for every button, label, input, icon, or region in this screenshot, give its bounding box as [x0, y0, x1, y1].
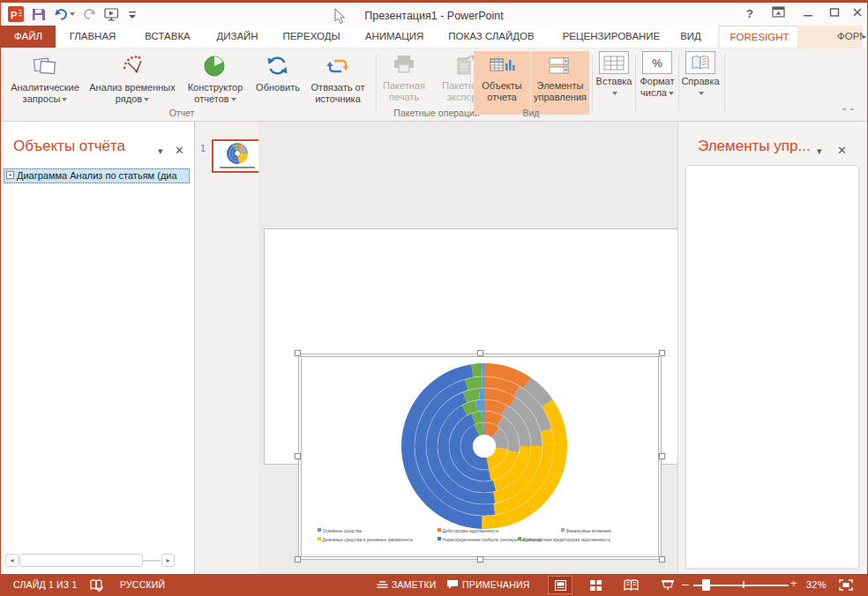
view-reading-icon[interactable]: [624, 579, 639, 592]
tab-анимация[interactable]: АНИМАЦИЯ: [365, 26, 424, 48]
tab-переходы[interactable]: ПЕРЕХОДЫ: [282, 26, 340, 48]
minimize-icon[interactable]: [798, 6, 818, 22]
save-icon[interactable]: [32, 7, 46, 21]
tree-item-label: Диаграмма Анализ по статьям (диа: [17, 170, 177, 181]
ribbon-display-options-icon[interactable]: [768, 6, 788, 22]
controls-toggle[interactable]: Элементы управления: [531, 51, 589, 115]
button-label: Справка: [681, 76, 719, 86]
notes-button[interactable]: ЗАМЕТКИ: [392, 579, 437, 590]
dropdown-caret: [62, 98, 67, 101]
tab-file[interactable]: ФАЙЛ: [1, 26, 56, 48]
slide-thumbnail[interactable]: [212, 139, 263, 173]
report-objects-toggle[interactable]: Объекты отчета: [474, 51, 530, 115]
legend-swatch: [438, 528, 441, 532]
selection-handle[interactable]: [295, 453, 301, 459]
batch-print-button[interactable]: Пакетная печать: [375, 51, 433, 115]
panel-title: Элементы упр...: [698, 138, 811, 155]
powerpoint-logo: P: [8, 6, 24, 22]
button-label: отчета: [487, 92, 516, 102]
undo-dropdown-caret[interactable]: [70, 12, 75, 16]
panel-close-icon[interactable]: ✕: [837, 144, 847, 157]
tab-дизайн[interactable]: ДИЗАЙН: [216, 26, 258, 48]
selection-handle[interactable]: [659, 556, 665, 562]
selection-handle[interactable]: [659, 453, 665, 459]
help-button[interactable]: Справка: [680, 51, 721, 115]
tree-item-diagram[interactable]: +Диаграмма Анализ по статьям (диа: [4, 168, 190, 183]
selection-handle[interactable]: [477, 556, 483, 562]
legend-swatch: [518, 537, 521, 540]
start-slideshow-icon[interactable]: [104, 7, 119, 21]
button-label: числа: [640, 87, 667, 98]
button-label: запросы: [23, 93, 61, 104]
group-divider: [678, 54, 679, 112]
zoom-level[interactable]: 32%: [806, 579, 827, 590]
slide-canvas[interactable]: Основные средстваДебиторская задолженнос…: [264, 228, 684, 465]
thumbnail-mini-chart: [213, 141, 261, 171]
hscroll-right-arrow[interactable]: ▸: [161, 554, 175, 567]
fit-to-window-icon[interactable]: [839, 579, 853, 591]
collapse-ribbon-icon[interactable]: ⌃⌃: [841, 107, 856, 116]
analytic-queries-button[interactable]: Аналитические запросы: [4, 51, 86, 115]
tab-главная[interactable]: ГЛАВНАЯ: [70, 26, 116, 48]
tab-scroll-right-icon[interactable]: ▸: [863, 26, 868, 48]
panel-close-icon[interactable]: ✕: [175, 144, 184, 157]
chart-object-frame[interactable]: Основные средстваДебиторская задолженнос…: [298, 354, 662, 560]
tab-показ-слайдов[interactable]: ПОКАЗ СЛАЙДОВ: [448, 26, 534, 48]
legend-swatch: [318, 528, 321, 532]
customize-qat-icon[interactable]: [127, 8, 138, 21]
redo-icon[interactable]: [83, 8, 96, 21]
selection-handle[interactable]: [295, 556, 301, 562]
zoom-out-icon[interactable]: –: [682, 577, 689, 591]
panel-menu-caret-icon[interactable]: ▾: [158, 145, 163, 157]
selection-handle[interactable]: [477, 350, 483, 356]
tab-foresight[interactable]: FORESIGHT: [718, 26, 800, 48]
button-label: Отвязать от: [311, 82, 365, 93]
help-icon[interactable]: ?: [740, 6, 760, 22]
refresh-button[interactable]: Обновить: [253, 51, 303, 115]
view-normal-button[interactable]: [548, 576, 572, 594]
tab-рецензирование[interactable]: РЕЦЕНЗИРОВАНИЕ: [563, 26, 661, 48]
insert-button[interactable]: Вставка: [595, 51, 632, 115]
mouse-cursor: [334, 8, 347, 25]
unlink-source-button[interactable]: Отвязать от источника: [303, 51, 373, 115]
hscroll-thumb[interactable]: [19, 554, 143, 567]
undo-button[interactable]: [54, 8, 75, 21]
panel-title: Объекты отчёта: [13, 138, 125, 155]
maximize-icon[interactable]: [825, 6, 844, 22]
hscroll-left-arrow[interactable]: ◂: [5, 554, 19, 567]
tree-expander-icon[interactable]: +: [6, 171, 14, 179]
help-book-icon: [691, 55, 710, 71]
controls-icon: [546, 53, 574, 78]
comments-button[interactable]: ПРИМЕЧАНИЯ: [462, 579, 530, 590]
comments-icon: [446, 579, 459, 591]
spellcheck-icon[interactable]: [89, 578, 104, 592]
selection-handle[interactable]: [659, 350, 665, 356]
language-indicator[interactable]: РУССКИЙ: [120, 579, 165, 590]
report-objects-icon: [488, 53, 516, 78]
tab-вид[interactable]: ВИД: [680, 26, 701, 48]
ribbon: Аналитические запросы Анализ временных р…: [1, 48, 867, 122]
hscroll-track[interactable]: [143, 560, 161, 562]
tab-format-context[interactable]: ФОРМ: [797, 26, 863, 48]
button-label: Обновить: [256, 82, 300, 93]
insert-table-icon: [603, 56, 625, 71]
button-label: Анализ временных: [89, 82, 176, 93]
number-format-button[interactable]: % Формат числа: [638, 51, 677, 115]
zoom-slider-center-tick: [743, 581, 745, 588]
zoom-slider-thumb[interactable]: [702, 579, 710, 591]
report-designer-button[interactable]: Конструктор отчетов: [179, 51, 251, 115]
tab-вставка[interactable]: ВСТАВКА: [145, 26, 191, 48]
zoom-in-icon[interactable]: +: [790, 577, 797, 590]
number-format-icon: %: [652, 57, 662, 69]
panel-menu-caret-icon[interactable]: ▾: [817, 145, 822, 157]
controls-panel-content[interactable]: [685, 165, 859, 569]
time-series-analysis-button[interactable]: Анализ временных рядов: [86, 51, 179, 115]
slide-indicator[interactable]: СЛАЙД 1 ИЗ 1: [13, 579, 78, 590]
slide-editor-area[interactable]: Основные средстваДебиторская задолженнос…: [258, 122, 677, 574]
view-slide-sorter-icon[interactable]: [590, 580, 602, 592]
close-icon[interactable]: [848, 6, 867, 22]
view-slideshow-icon[interactable]: [661, 579, 675, 592]
legend-item: Денежные средства и денежные эквиваленты: [318, 537, 413, 542]
button-label: Объекты: [482, 80, 521, 91]
selection-handle[interactable]: [295, 350, 301, 356]
